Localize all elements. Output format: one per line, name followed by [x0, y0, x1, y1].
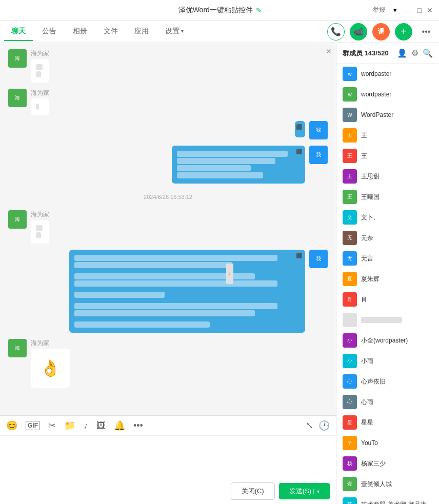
blurred-text: [74, 255, 277, 261]
member-item[interactable]: 王王思甜: [336, 166, 439, 187]
tab-notice[interactable]: 公告: [35, 23, 64, 41]
bell-button[interactable]: 🔔: [114, 420, 125, 431]
message-sender: 海为家: [31, 210, 49, 219]
message-input[interactable]: [0, 436, 336, 477]
music-button[interactable]: ♪: [84, 420, 88, 431]
message-sender: 海为家: [31, 89, 49, 97]
minimize-button[interactable]: —: [405, 6, 412, 14]
blurred-text: [36, 71, 41, 77]
tab-bar: 聊天 公告 相册 文件 应用 设置 ▾ 📞 📹 课 + •••: [0, 21, 439, 43]
avatar: 我: [309, 146, 328, 164]
title-bar: 泽优Word一键粘贴控件 ✎ 举报 ▾ — □ ✕: [0, 0, 439, 21]
member-item[interactable]: blurred1: [336, 310, 439, 330]
bubble-collapse-icon[interactable]: ⬛: [296, 148, 302, 155]
member-item[interactable]: 文文卜、: [336, 207, 439, 228]
maximize-button[interactable]: □: [417, 6, 422, 14]
message-row: 海 海为家 👌: [8, 339, 328, 388]
member-avatar: 王: [343, 190, 357, 204]
member-item[interactable]: 心心声依旧: [336, 371, 439, 392]
add-button[interactable]: +: [395, 23, 412, 41]
member-avatar: 心: [343, 395, 357, 409]
blurred-text: [36, 225, 43, 231]
chat-actions: 关闭(C) 发送(S) ▾: [0, 478, 336, 504]
course-icon: 课: [378, 27, 384, 36]
member-add-icon[interactable]: 👤: [397, 48, 407, 58]
member-avatar: 王: [343, 128, 357, 143]
member-count: 群成员 143/520: [343, 49, 389, 58]
message-bubble-sent: ⬛: [172, 146, 305, 184]
message-content: 海为家 👌: [31, 339, 70, 388]
member-name: 无言: [361, 254, 373, 263]
edit-icon[interactable]: ✎: [256, 6, 262, 14]
member-avatar: 无: [343, 231, 357, 245]
voice-call-button[interactable]: 📞: [327, 23, 345, 41]
member-name: 无奈: [361, 234, 373, 243]
settings-arrow-icon: ▾: [181, 28, 184, 34]
scissors-button[interactable]: ✂: [48, 420, 56, 431]
bubble-collapse-icon[interactable]: ⬛: [296, 252, 302, 259]
close-chat-button[interactable]: 关闭(C): [231, 482, 275, 500]
member-item[interactable]: 肖肖: [336, 289, 439, 310]
blurred-text: [177, 172, 263, 178]
member-item[interactable]: 壹壹笑倾人城: [336, 474, 439, 494]
member-name: 肖: [361, 295, 367, 304]
member-avatar: 文: [343, 210, 357, 225]
member-avatar: 王: [343, 149, 357, 163]
report-button[interactable]: 举报: [373, 6, 385, 14]
image-button[interactable]: 🖼: [96, 420, 106, 431]
member-header-icons: 👤 ⚙ 🔍: [397, 48, 433, 58]
member-item[interactable]: 星星星: [336, 412, 439, 433]
gif-button[interactable]: GIF: [26, 421, 40, 430]
collapse-messages-button[interactable]: ✕: [326, 47, 332, 55]
course-button[interactable]: 课: [372, 23, 390, 41]
tab-settings[interactable]: 设置 ▾: [158, 23, 191, 41]
member-item[interactable]: 王王: [336, 146, 439, 166]
message-row: 海 海为家: [8, 49, 328, 83]
member-item[interactable]: wwordpaster: [336, 64, 439, 84]
more-button[interactable]: •••: [417, 23, 435, 41]
member-manage-icon[interactable]: ⚙: [411, 48, 418, 58]
member-search-icon[interactable]: 🔍: [423, 48, 433, 58]
member-item[interactable]: wwordpaster: [336, 84, 439, 105]
member-item[interactable]: 王王: [336, 125, 439, 146]
avatar: 我: [309, 250, 328, 268]
tab-album[interactable]: 相册: [66, 23, 94, 41]
folder-button[interactable]: 📁: [64, 420, 75, 431]
tab-chat[interactable]: 聊天: [4, 23, 33, 41]
clock-button[interactable]: 🕐: [318, 420, 330, 431]
member-item[interactable]: 小小雨: [336, 351, 439, 371]
dropdown-icon[interactable]: ▾: [393, 6, 397, 14]
message-bubble: [31, 59, 49, 83]
video-call-button[interactable]: 📹: [350, 23, 367, 41]
member-name: 壹笑倾人城: [361, 480, 392, 489]
member-name: 杨家三少: [361, 459, 386, 468]
tab-file[interactable]: 文件: [96, 23, 125, 41]
bubble-collapse-icon[interactable]: ⬛: [296, 123, 302, 131]
more-toolbar-button[interactable]: •••: [133, 420, 143, 431]
member-name: 王: [361, 152, 367, 160]
message-content: 海为家: [31, 210, 49, 244]
member-name: WordPaster: [361, 111, 393, 118]
blurred-text: [177, 151, 288, 157]
member-name: 小雨: [361, 357, 373, 366]
side-panel-collapse-button[interactable]: ›: [226, 264, 233, 284]
member-item[interactable]: 小小全(wordpaster): [336, 330, 439, 351]
member-name: 心雨: [361, 398, 373, 407]
member-item[interactable]: WWordPaster: [336, 105, 439, 125]
close-window-button[interactable]: ✕: [427, 6, 433, 14]
emoji-button[interactable]: 😊: [6, 420, 17, 431]
member-item[interactable]: 杨杨家三少: [336, 453, 439, 474]
member-item[interactable]: YYouTo: [336, 433, 439, 453]
member-avatar: 小: [343, 354, 357, 368]
tab-app[interactable]: 应用: [127, 23, 156, 41]
member-item[interactable]: 艺艺术商盟-美术网-藏品库-: [336, 494, 439, 504]
chat-messages[interactable]: ✕ 海 海为家 海 海为家: [0, 43, 336, 415]
member-item[interactable]: 无无言: [336, 248, 439, 269]
member-item[interactable]: 无无奈: [336, 228, 439, 248]
expand-button[interactable]: ⤡: [306, 420, 313, 431]
member-item[interactable]: 夏夏朱辉: [336, 269, 439, 289]
send-dropdown-icon[interactable]: ▾: [313, 489, 320, 494]
member-item[interactable]: 心心雨: [336, 392, 439, 412]
send-button[interactable]: 发送(S) ▾: [279, 483, 330, 499]
member-item[interactable]: 王王曦国: [336, 187, 439, 207]
